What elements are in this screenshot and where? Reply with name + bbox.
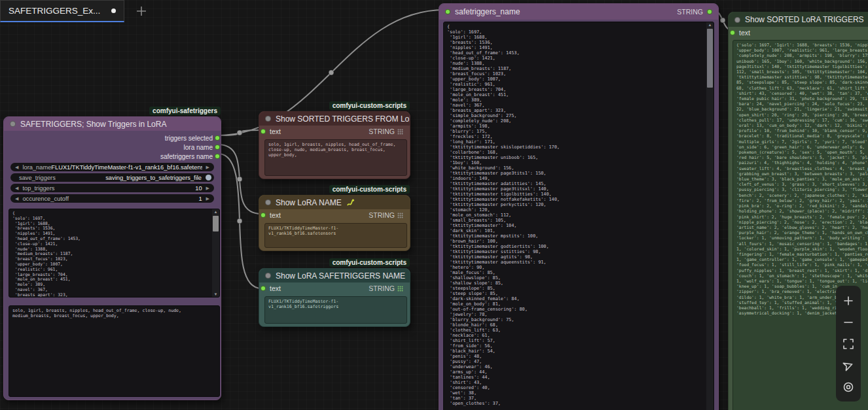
output-slot[interactable] <box>707 9 712 14</box>
output-slot[interactable] <box>215 135 220 141</box>
zoom-in-button[interactable] <box>840 292 857 309</box>
fit-view-icon <box>842 338 854 350</box>
node-title: SAFETRIGGERS; Show Triggers in LoRA <box>20 120 166 129</box>
text-input-row: text STRING <box>259 126 410 137</box>
input-slot[interactable] <box>445 9 450 14</box>
node-show-safetriggers-name[interactable]: comfyui-custom-scripts Show LoRA SAFETRI… <box>259 268 410 327</box>
node-safetriggers[interactable]: comfyui-safetriggers SAFETRIGGERS; Show … <box>3 116 221 400</box>
widget-value: 1 <box>198 196 202 202</box>
node-title: Show SORTED TRIGGERS FROM LoRA <box>276 114 410 124</box>
input-label: safetriggers_name <box>455 7 520 16</box>
type-label: STRING <box>369 128 395 135</box>
scrollbar[interactable]: ▲ ▼ <box>212 209 219 297</box>
text-input-row: text STRING <box>259 209 410 221</box>
collapse-dot-icon[interactable] <box>265 273 271 279</box>
collapse-dot-icon[interactable] <box>265 116 271 122</box>
input-slot[interactable] <box>261 129 266 134</box>
input-slot[interactable] <box>261 286 266 291</box>
output-slot[interactable] <box>215 154 220 159</box>
output-label: triggers selected <box>165 135 213 142</box>
output-label: safetriggers name <box>160 153 213 160</box>
scrollbar[interactable]: ▲ <box>706 22 714 410</box>
node-source-badge: comfyui-safetriggers <box>149 107 221 115</box>
next-arrow-icon[interactable]: ▶ <box>206 165 209 170</box>
workflow-tab[interactable]: SAFETRIGGERS_Ex... <box>0 0 124 22</box>
scrollbar-thumb[interactable] <box>707 29 713 88</box>
scroll-up-icon[interactable]: ▲ <box>706 22 714 27</box>
python-snake-icon <box>346 199 355 207</box>
decrement-arrow-icon[interactable]: ◀ <box>15 186 18 191</box>
node-title-bar[interactable]: Show SORTED TRIGGERS FROM LoRA <box>259 112 410 126</box>
output-safetriggers-name: safetriggers name <box>4 152 221 161</box>
grid-handle-icon[interactable] <box>397 213 403 218</box>
node-title-bar[interactable]: safetriggers_name STRING <box>439 4 718 20</box>
dict-textarea[interactable]: { 'solo': 1697, '1girl': 1688, 'breasts'… <box>9 209 220 298</box>
triggers-text: solo, 1girl, breasts, nipples, head_out_… <box>9 306 219 320</box>
dict-text: { 'solo': 1697, '1girl': 1688, 'breasts'… <box>9 209 219 298</box>
lora-name-combo[interactable]: ◀ lora_name FLUX1/TKTiddyTimeMaster-f1-v… <box>10 163 214 171</box>
collapse-dot-icon[interactable] <box>734 17 740 23</box>
output-label: lora name <box>184 144 213 151</box>
new-workflow-button[interactable] <box>128 0 154 22</box>
eye-icon <box>842 381 854 393</box>
input-label: text <box>270 128 281 135</box>
node-source-badge: comfyui-custom-scripts <box>329 101 410 110</box>
node-title-bar[interactable]: Show LoRA SAFETRIGGERS NAME <box>259 269 410 282</box>
input-slot[interactable] <box>730 30 735 35</box>
node-title: Show LoRA SAFETRIGGERS NAME <box>276 271 405 281</box>
widget-label: save_triggers <box>19 175 56 181</box>
grid-handle-icon[interactable] <box>397 129 403 135</box>
string-display-text: {'solo': 1697, '1girl': 1688, 'breasts':… <box>733 41 868 318</box>
string-display-text: solo, 1girl, breasts, nipples, head_out_… <box>265 140 407 160</box>
node-title: Show LoRA NAME <box>276 198 342 207</box>
prev-arrow-icon[interactable]: ◀ <box>15 165 18 170</box>
select-mode-button[interactable] <box>840 357 857 374</box>
node-source-badge: comfyui-custom-scripts <box>329 185 410 194</box>
node-safetriggers-string[interactable]: safetriggers_name STRING { 'solo': 1697,… <box>439 3 719 410</box>
input-slot[interactable] <box>261 213 266 218</box>
node-title-bar[interactable]: SAFETRIGGERS; Show Triggers in LoRA <box>4 117 221 131</box>
string-display-textarea[interactable]: solo, 1girl, breasts, nipples, head_out_… <box>264 139 407 176</box>
node-title-bar[interactable]: Show LoRA NAME <box>259 196 410 209</box>
unsaved-changes-dot-icon <box>111 9 116 13</box>
node-show-sorted-triggers[interactable]: comfyui-custom-scripts Show SORTED TRIGG… <box>259 111 410 179</box>
string-display-text: FLUX1/TKTiddyTimeMaster-f1-v1_rank16_bf1… <box>265 224 407 238</box>
decrement-arrow-icon[interactable]: ◀ <box>15 196 18 201</box>
toggle-visibility-button[interactable] <box>840 379 857 396</box>
widget-label: lora_name <box>22 164 51 171</box>
output-label: STRING <box>677 8 703 16</box>
collapse-dot-icon[interactable] <box>10 121 16 127</box>
widget-value: saving_triggers_to_safetriggers_file <box>105 175 202 181</box>
increment-arrow-icon[interactable]: ▶ <box>206 196 209 201</box>
node-title: Show SORTED LoRA TRIGGERS <box>745 15 864 24</box>
zoom-out-button[interactable] <box>840 314 857 331</box>
string-display-textarea[interactable]: FLUX1/TKTiddyTimeMaster-f1-v1_rank16_bf1… <box>264 223 407 248</box>
string-display-textarea[interactable]: FLUX1/TKTiddyTimeMaster-f1-v1_rank16_bf1… <box>264 296 407 324</box>
input-label: text <box>270 284 281 292</box>
workflow-tab-label: SAFETRIGGERS_Ex... <box>9 6 106 16</box>
save-triggers-toggle[interactable]: save_triggers saving_triggers_to_safetri… <box>10 173 214 182</box>
scroll-down-icon[interactable]: ▼ <box>212 292 219 297</box>
plus-icon <box>136 5 147 17</box>
node-show-lora-name[interactable]: comfyui-custom-scripts Show LoRA NAME te… <box>259 195 410 251</box>
scrollbar-thumb[interactable] <box>213 216 219 231</box>
fit-view-button[interactable] <box>840 335 857 352</box>
triggers-textarea[interactable]: solo, 1girl, breasts, nipples, head_out_… <box>9 305 220 397</box>
grid-handle-icon[interactable] <box>397 286 403 292</box>
node-title-bar[interactable]: Show SORTED LoRA TRIGGERS <box>729 12 868 27</box>
top-triggers-number[interactable]: ◀ top_triggers 10 ▶ <box>10 184 214 192</box>
occurence-cutoff-number[interactable]: ◀ occurence_cutoff 1 ▶ <box>10 194 214 203</box>
graph-canvas[interactable]: SAFETRIGGERS_Ex... comfyui-safetriggers … <box>0 0 868 410</box>
node-source-badge: comfyui-custom-scripts <box>329 258 410 267</box>
string-value-textarea[interactable]: { 'solo': 1697, '1girl': 1688, 'breasts'… <box>443 22 714 410</box>
increment-arrow-icon[interactable]: ▶ <box>206 186 209 191</box>
output-slot[interactable] <box>215 145 220 150</box>
widget-label: top_triggers <box>22 185 54 192</box>
widget-label: occurence_cutoff <box>22 196 69 202</box>
scroll-up-icon[interactable]: ▲ <box>212 209 219 214</box>
canvas-controls <box>836 286 861 401</box>
output-lora-name: lora name <box>4 143 221 152</box>
toggle-dot-icon[interactable] <box>206 175 211 180</box>
collapse-dot-icon[interactable] <box>265 199 271 205</box>
input-label: text <box>739 29 750 37</box>
